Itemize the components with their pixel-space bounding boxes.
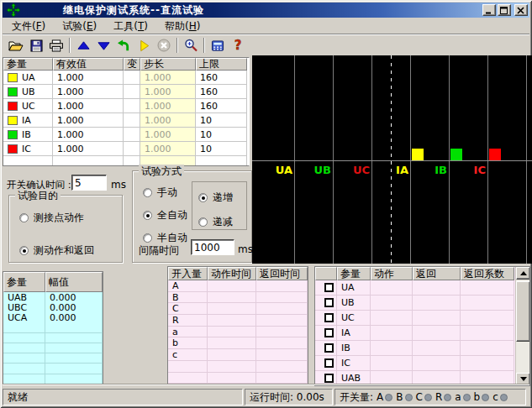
table-row[interactable]: UCA0.000 (3, 312, 103, 322)
undo-button[interactable] (113, 36, 134, 55)
print-button[interactable] (46, 36, 66, 55)
table-row[interactable]: UC1.0001.000160 (3, 99, 249, 113)
table-row[interactable]: UA (315, 280, 529, 296)
value-cell[interactable]: 1.000 (53, 142, 124, 156)
step-down-button[interactable] (93, 36, 113, 55)
close-button[interactable] (514, 4, 528, 16)
start-button[interactable] (134, 36, 154, 55)
calculator-button[interactable] (208, 36, 228, 55)
limit-cell[interactable]: 160 (196, 71, 247, 85)
table-row[interactable]: IC (315, 356, 529, 371)
parameter-checkbox[interactable] (324, 298, 334, 307)
return-cell (413, 311, 461, 326)
menu-item-tools[interactable]: 工具(T) (107, 18, 155, 35)
chart-channel-label: UB (311, 164, 331, 176)
table-row[interactable]: B (168, 292, 308, 304)
table-row[interactable] (3, 323, 103, 333)
direction-option[interactable]: 递减 (198, 215, 233, 229)
var-cell[interactable] (124, 142, 140, 156)
parameter-checkbox[interactable] (324, 313, 334, 322)
table-row[interactable]: UB (315, 296, 529, 311)
table-row[interactable]: IB (315, 341, 529, 356)
var-cell[interactable] (124, 128, 140, 142)
help-icon: ? (232, 39, 244, 52)
limit-cell[interactable]: 160 (196, 99, 247, 113)
interval-input[interactable] (191, 239, 234, 255)
table-row[interactable] (168, 361, 308, 373)
minimize-button[interactable] (482, 4, 496, 16)
table-row[interactable] (3, 353, 103, 364)
var-cell[interactable] (124, 71, 140, 85)
table-row[interactable]: a (168, 327, 308, 338)
return-time-cell (256, 292, 308, 304)
test-mode-option[interactable]: 全自动 (143, 208, 187, 222)
table-row[interactable] (3, 343, 103, 353)
table-row[interactable] (3, 333, 103, 343)
table-row[interactable] (168, 373, 308, 384)
chart-value-marker (412, 149, 424, 160)
table-row[interactable]: R (168, 315, 308, 327)
parameter-checkbox[interactable] (324, 283, 334, 292)
direction-radio[interactable] (198, 193, 208, 202)
table-row[interactable]: UC (315, 311, 529, 326)
open-button[interactable] (6, 36, 26, 55)
direction-radio[interactable] (198, 217, 208, 227)
table-row[interactable]: IC1.0001.00010 (3, 142, 249, 156)
table-row[interactable]: IA1.0001.00010 (3, 113, 249, 128)
table-row[interactable]: c (168, 349, 308, 361)
switch-confirm-input[interactable] (71, 175, 107, 191)
table-row[interactable]: A (168, 280, 308, 292)
table-row[interactable]: UBC0.000 (3, 302, 103, 312)
value-cell[interactable]: 1.000 (53, 99, 124, 113)
test-purpose-title: 试验目的 (15, 189, 61, 203)
table-row[interactable] (3, 374, 103, 384)
step-up-icon (77, 39, 90, 52)
test-purpose-radio[interactable] (19, 246, 29, 255)
limit-cell[interactable]: 10 (196, 113, 247, 128)
help-button[interactable]: ? (228, 36, 248, 55)
limit-cell[interactable]: 10 (196, 142, 247, 156)
table-row[interactable]: UAB0.000 (3, 292, 103, 302)
test-mode-radio[interactable] (143, 233, 152, 243)
zoom-button[interactable] (181, 36, 201, 55)
table-row[interactable]: C (168, 303, 308, 315)
test-purpose-radio[interactable] (19, 213, 29, 222)
parameter-cell (3, 343, 45, 353)
var-cell[interactable] (124, 85, 140, 99)
test-purpose-option[interactable]: 测接点动作 (19, 211, 94, 225)
test-mode-radio[interactable] (143, 188, 152, 197)
test-purpose-option[interactable]: 测动作和返回 (19, 243, 94, 258)
value-cell[interactable]: 1.000 (53, 128, 124, 142)
table-row[interactable]: UA1.0001.000160 (3, 71, 249, 85)
parameter-checkbox[interactable] (324, 328, 334, 337)
table-row[interactable]: IA (315, 326, 529, 341)
menu-item-file[interactable]: 文件(F) (5, 18, 52, 35)
maximize-button[interactable] (498, 4, 511, 16)
table-row[interactable] (3, 364, 103, 374)
return-time-cell (256, 337, 308, 349)
value-cell[interactable]: 1.000 (53, 71, 124, 85)
parameter-checkbox[interactable] (324, 343, 334, 353)
table-row[interactable]: b (168, 337, 308, 349)
direction-option[interactable]: 递增 (198, 191, 233, 205)
test-mode-option[interactable]: 手动 (143, 186, 187, 200)
table-row[interactable]: IB1.0001.00010 (3, 128, 249, 142)
menu-item-help[interactable]: 帮助(H) (158, 18, 207, 35)
scrollbar-thumb[interactable] (516, 281, 530, 342)
menu-item-test[interactable]: 试验(E) (55, 18, 103, 35)
save-button[interactable] (26, 36, 46, 55)
limit-cell[interactable]: 160 (196, 85, 247, 99)
parameter-checkbox[interactable] (324, 374, 334, 383)
toolbar-separator (203, 38, 205, 53)
test-mode-radio[interactable] (143, 211, 152, 220)
step-up-button[interactable] (73, 36, 93, 55)
table-row[interactable]: UB1.0001.000160 (3, 85, 249, 99)
var-cell[interactable] (124, 113, 140, 128)
value-cell[interactable]: 1.000 (53, 85, 124, 99)
parameter-checkbox[interactable] (324, 358, 334, 368)
scroll-up-button[interactable] (516, 267, 530, 280)
var-cell[interactable] (124, 99, 140, 113)
limit-cell[interactable]: 10 (196, 128, 247, 142)
value-cell[interactable]: 1.000 (53, 113, 124, 128)
vertical-scrollbar[interactable] (515, 267, 529, 385)
